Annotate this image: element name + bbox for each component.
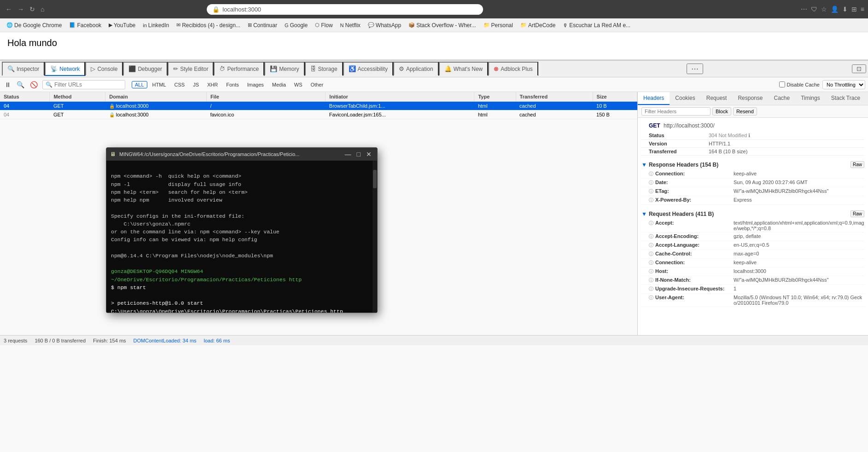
terminal-minimize-button[interactable]: —: [343, 151, 353, 158]
bookmark-stackoverflow[interactable]: 📦 Stack Overflow - Wher...: [406, 21, 478, 29]
load-time: load: 66 ms: [204, 338, 230, 343]
request-header-row: ⓘ User-Agent: Mozilla/5.0 (Windows NT 10…: [641, 294, 864, 307]
bookmark-whatsapp[interactable]: 💬 WhatsApp: [365, 21, 404, 29]
tab-application-label: Application: [406, 66, 433, 72]
bookmark-radio[interactable]: 🎙 Escuchar La Red AM e...: [560, 21, 633, 29]
filter-headers-input[interactable]: [641, 107, 711, 116]
response-headers-title[interactable]: ▼ Response Headers (154 B) Raw: [641, 159, 864, 170]
terminal-maximize-button[interactable]: □: [355, 151, 362, 158]
filter-other[interactable]: Other: [308, 81, 327, 88]
tab-accessibility[interactable]: ♿ Accessibility: [343, 62, 393, 76]
star-button[interactable]: ☆: [821, 6, 827, 13]
reload-button[interactable]: ↻: [28, 5, 37, 14]
filter-url-input[interactable]: [54, 81, 119, 88]
disable-cache-label[interactable]: Disable Cache: [779, 81, 820, 87]
throttle-select[interactable]: No Throttling: [822, 80, 865, 89]
tab-network[interactable]: 📡 Network: [45, 62, 85, 76]
block-button[interactable]: Block: [712, 107, 731, 116]
tab-style-editor[interactable]: ✏ Style Editor: [168, 62, 214, 76]
address-bar[interactable]: 🔒 localhost:3000: [207, 4, 483, 15]
search-button[interactable]: 🔍: [15, 80, 26, 89]
tab-inspector[interactable]: 🔍 Inspector: [2, 62, 45, 76]
table-row[interactable]: 04 GET 🔒localhost:3000 favicon.ico Favic…: [0, 110, 637, 119]
tab-whats-new[interactable]: 🔔 What's New: [439, 62, 489, 76]
filter-xhr[interactable]: XHR: [204, 81, 221, 88]
method-cell: GET: [50, 102, 105, 110]
domain-cell: 🔒localhost:3000: [105, 102, 207, 110]
info-icon: ⓘ: [649, 251, 655, 257]
more-button[interactable]: ≡: [861, 6, 864, 13]
tab-storage[interactable]: 🗄 Storage: [305, 62, 343, 76]
terminal-body[interactable]: npm <command> -h quick help on <command>…: [106, 161, 377, 313]
bookmark-icon-radio: 🎙: [563, 23, 568, 28]
filter-js[interactable]: JS: [190, 81, 202, 88]
back-button[interactable]: ←: [4, 5, 14, 14]
bookmark-netflix[interactable]: N Netflix: [338, 21, 363, 29]
details-tab-headers[interactable]: Headers: [638, 92, 670, 105]
details-tab-timings[interactable]: Timings: [795, 92, 826, 105]
devtools-more-button[interactable]: ⋯: [687, 64, 703, 74]
disable-cache-checkbox[interactable]: [779, 81, 785, 87]
resend-button[interactable]: Resend: [733, 107, 757, 116]
home-button[interactable]: ⌂: [39, 5, 46, 14]
response-headers-raw-button[interactable]: Raw: [851, 161, 864, 168]
details-tab-cookies[interactable]: Cookies: [670, 92, 700, 105]
table-row[interactable]: 04 GET 🔒localhost:3000 / BrowserTabChild…: [0, 102, 637, 110]
tab-performance[interactable]: ⏱ Performance: [214, 62, 264, 76]
details-tab-stack-trace[interactable]: Stack Trace: [826, 92, 866, 105]
filter-html[interactable]: HTML: [149, 81, 169, 88]
header-xpoweredby-label: X-Powered-By:: [655, 197, 734, 203]
filter-media[interactable]: Media: [269, 81, 289, 88]
details-tab-response[interactable]: Response: [732, 92, 768, 105]
request-headers-title[interactable]: ▼ Request Headers (411 B) Raw: [641, 209, 864, 219]
terminal-close-button[interactable]: ✕: [364, 151, 373, 158]
network-controls: ⏸ 🔍 🚫: [3, 80, 40, 89]
lock-icon: 🔒: [109, 112, 115, 117]
download-button[interactable]: ⬇: [842, 6, 848, 13]
filter-css[interactable]: CSS: [171, 81, 188, 88]
tab-adblock[interactable]: ⊗ Adblock Plus: [488, 62, 538, 76]
header-date-value: Sun, 09 Aug 2020 03:27:46 GMT: [734, 180, 864, 185]
bookmark-icon-whatsapp: 💬: [368, 22, 374, 28]
bookmark-email[interactable]: ✉ Recibidos (4) - design...: [174, 21, 243, 29]
forward-button[interactable]: →: [16, 5, 26, 14]
filter-input-container[interactable]: 🔍: [42, 80, 125, 89]
extensions-button[interactable]: 🛡: [811, 6, 817, 13]
terminal-scrollbar[interactable]: [373, 161, 377, 313]
tab-inspector-label: Inspector: [17, 66, 39, 72]
filter-images[interactable]: Images: [244, 81, 267, 88]
bookmark-linkedin[interactable]: in LinkedIn: [140, 21, 172, 29]
header-connection-label: Connection:: [655, 171, 734, 176]
filter-all[interactable]: ALL: [132, 81, 147, 88]
request-headers-list: ⓘ Accept: text/html,application/xhtml+xm…: [641, 219, 864, 307]
tab-accessibility-label: Accessibility: [358, 66, 388, 72]
profile-button[interactable]: 👤: [831, 6, 839, 13]
bookmark-flow[interactable]: ⬡ Flow: [312, 21, 335, 29]
tab-debugger[interactable]: ⬛ Debugger: [123, 62, 168, 76]
bookmark-label-continuar: Continuar: [253, 22, 277, 29]
request-header-row: ⓘ Connection: keep-alive: [641, 259, 864, 267]
tab-network-label: Network: [59, 66, 80, 72]
bookmark-icon-chrome: 🌐: [6, 22, 13, 28]
request-headers-raw-button[interactable]: Raw: [851, 210, 864, 217]
clear-button[interactable]: 🚫: [28, 80, 40, 89]
bookmark-personal[interactable]: 📁 Personal: [481, 21, 516, 29]
bookmark-facebook[interactable]: 📘 Facebook: [66, 21, 104, 29]
details-tab-request[interactable]: Request: [701, 92, 733, 105]
bookmark-google[interactable]: G Google: [282, 21, 310, 29]
bookmark-continuar[interactable]: ⊞ Continuar: [245, 21, 280, 29]
tab-application[interactable]: ⚙ Application: [393, 62, 439, 76]
transferred-value: 164 B (10 B size): [709, 149, 864, 154]
bookmark-youtube[interactable]: ▶ YouTube: [106, 21, 138, 29]
bookmark-artdecode[interactable]: 📁 ArtDeCode: [518, 21, 558, 29]
details-tab-cache[interactable]: Cache: [768, 92, 795, 105]
pause-button[interactable]: ⏸: [3, 80, 13, 89]
menu-button[interactable]: ⋯: [801, 6, 807, 13]
bookmark-google-chrome[interactable]: 🌐 De Google Chrome: [4, 21, 64, 29]
devtools-undock-button[interactable]: ⊡: [852, 64, 866, 73]
grid-button[interactable]: ⊞: [851, 6, 857, 13]
filter-fonts[interactable]: Fonts: [223, 81, 242, 88]
tab-memory[interactable]: 💾 Memory: [264, 62, 304, 76]
filter-ws[interactable]: WS: [291, 81, 306, 88]
tab-console[interactable]: ▷ Console: [85, 62, 123, 76]
